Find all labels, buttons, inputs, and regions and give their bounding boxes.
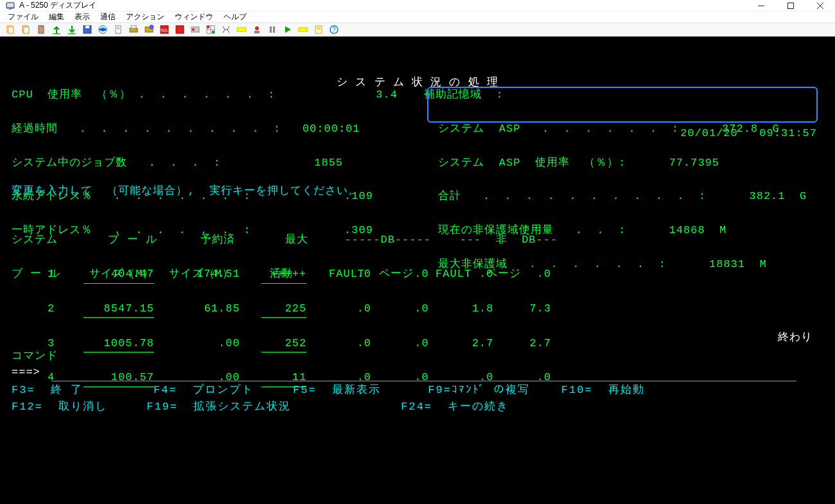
aux-label: 補助記憶域 : <box>424 87 807 103</box>
window-title: A - 5250 ディスプレイ <box>19 0 746 11</box>
cmd-input[interactable] <box>51 364 796 381</box>
receive-icon[interactable] <box>66 23 78 36</box>
sys-asp-use-value: 77.7395 <box>669 157 719 169</box>
record-icon[interactable] <box>189 23 202 36</box>
sys-asp-value: 372.8 G <box>722 123 780 135</box>
copy-icon[interactable] <box>4 23 17 36</box>
total-label: 合計 . . . . . . . . . . : <box>438 190 706 202</box>
notepad-icon[interactable] <box>312 23 325 36</box>
paste-icon[interactable] <box>35 23 48 36</box>
jobs-label: システム中のジョブ数 . . . : <box>12 157 221 169</box>
menu-file[interactable]: ファイル <box>5 12 41 22</box>
sql-icon[interactable]: SQL <box>158 23 171 36</box>
menubar: ファイル 編集 表示 通信 アクション ウィンドウ ヘルプ <box>0 12 835 23</box>
svg-rect-34 <box>212 31 215 33</box>
svg-rect-10 <box>24 27 29 33</box>
table-row: 2 8547.15 61.85 225 .0 .0 1.8 7.3 <box>12 300 551 318</box>
svg-text:SQL: SQL <box>161 28 169 32</box>
svg-rect-27 <box>176 26 184 33</box>
send-icon[interactable] <box>50 23 63 36</box>
end-label: 終わり <box>778 329 813 346</box>
cpu-label: CPU 使用率 （％） . . . . . . : <box>12 89 275 101</box>
svg-rect-2 <box>9 8 12 10</box>
pause-icon[interactable] <box>266 23 279 36</box>
macro-icon[interactable] <box>173 23 186 36</box>
toolbar: SQL ? <box>0 23 835 37</box>
table-row: 1 404.47 174.51 +++++ .0 .0 .0 .0 <box>12 266 551 283</box>
svg-point-29 <box>192 28 195 31</box>
svg-rect-1 <box>7 3 13 7</box>
elapsed-label: 経過時間 . . . . . . . . . : <box>12 123 281 135</box>
svg-rect-21 <box>130 28 137 32</box>
svg-rect-22 <box>131 26 136 28</box>
play-icon[interactable] <box>281 23 294 36</box>
sys-asp-label: システム ASP . . . . . . : <box>438 123 678 135</box>
svg-point-24 <box>150 25 154 29</box>
fkeys-line1: F3= 終 了 F4= プロンプト F5= 最新表示 F9=ｺﾏﾝﾄﾞ の複写 … <box>12 382 645 399</box>
app-icon <box>5 1 15 11</box>
keypad-icon[interactable] <box>220 23 233 36</box>
menu-help[interactable]: ヘルプ <box>221 12 249 22</box>
keyboard-icon[interactable] <box>235 23 248 36</box>
keyboard2-icon[interactable] <box>297 23 310 36</box>
svg-rect-16 <box>85 26 89 28</box>
cmd-prompt: ===> <box>12 364 48 381</box>
help-icon[interactable]: ? <box>328 23 340 36</box>
instruction: 変更を入力して （可能な場合）, 実行キーを押してください。 <box>12 183 360 200</box>
svg-rect-13 <box>53 33 60 34</box>
svg-rect-14 <box>68 33 76 34</box>
svg-rect-33 <box>207 26 209 28</box>
menu-action[interactable]: アクション <box>123 12 167 22</box>
menu-view[interactable]: 表示 <box>72 12 92 22</box>
jobs-value: 1855 <box>314 157 343 169</box>
svg-point-36 <box>255 26 259 30</box>
terminal-screen[interactable]: シ ス テ ム 状 況 の 処 理 20/01/20 09:31:57 CPU … <box>0 37 835 504</box>
titlebar: A - 5250 ディスプレイ <box>0 0 835 12</box>
svg-rect-4 <box>788 3 794 8</box>
svg-rect-38 <box>270 26 272 33</box>
svg-rect-18 <box>116 26 121 33</box>
maximize-button[interactable] <box>776 0 805 11</box>
close-button[interactable] <box>805 0 835 11</box>
menu-window[interactable]: ウィンドウ <box>172 12 216 22</box>
svg-rect-12 <box>40 25 42 27</box>
sys-asp-use-label: システム ASP 使用率 （％）: <box>438 157 626 169</box>
menu-edit[interactable]: 編集 <box>46 12 67 22</box>
fkeys-line2: F12= 取り消し F19= 拡張システム状況 F24= キーの続き <box>12 399 509 415</box>
table-row: 3 1005.78 .00 252 .0 .0 2.7 2.7 <box>12 335 551 352</box>
svg-rect-39 <box>273 26 275 33</box>
save-icon[interactable] <box>81 23 94 36</box>
print-icon[interactable] <box>127 23 140 36</box>
display-icon[interactable] <box>96 23 109 36</box>
svg-rect-40 <box>299 28 308 31</box>
clipboard-icon[interactable] <box>112 23 125 36</box>
copy-append-icon[interactable] <box>19 23 32 36</box>
grid-icon[interactable] <box>204 23 217 36</box>
total-value: 382.1 G <box>749 190 807 202</box>
unprot-now-value: 14868 M <box>669 224 727 236</box>
settings-icon[interactable] <box>143 23 155 36</box>
app-window: A - 5250 ディスプレイ ファイル 編集 表示 通信 アクション ウィンド… <box>0 0 835 504</box>
svg-rect-41 <box>315 26 322 33</box>
svg-text:?: ? <box>332 26 336 33</box>
svg-rect-37 <box>254 31 259 33</box>
elapsed-value: 00:00:01 <box>303 123 360 135</box>
cmd-label: コマンド <box>12 348 58 365</box>
svg-rect-8 <box>8 27 13 33</box>
minimize-button[interactable] <box>746 0 776 11</box>
cpu-value: 3.4 <box>376 89 398 101</box>
menu-comm[interactable]: 通信 <box>98 12 118 22</box>
svg-rect-35 <box>237 28 246 31</box>
stop-icon[interactable] <box>251 23 263 36</box>
unprot-max-value: 18831 M <box>709 258 767 270</box>
